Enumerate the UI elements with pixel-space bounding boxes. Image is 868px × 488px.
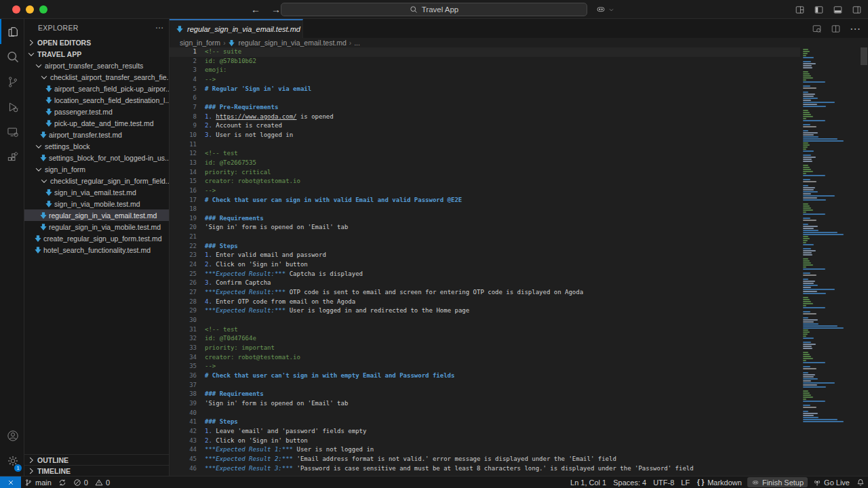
code-line[interactable]: 25***Expected Result:*** Captcha is disp… (170, 270, 800, 279)
toggle-sidebar-icon[interactable] (814, 5, 824, 15)
code-line[interactable]: 32id: @T0d47664e (170, 334, 800, 344)
status-errors[interactable]: 0 (70, 476, 92, 488)
workspace-root-folder[interactable]: TRAVEL APP (24, 48, 169, 60)
code-line[interactable]: 242. Click on 'Sign in' button (170, 260, 800, 270)
status-language-mode[interactable]: { }Markdown (693, 476, 745, 488)
code-line[interactable]: 4--> (170, 75, 800, 85)
code-line[interactable]: 22### Steps (170, 242, 800, 251)
code-line[interactable]: 92. Account is created (170, 121, 800, 131)
code-line[interactable]: 421. Leave 'email' and 'password' fields… (170, 427, 800, 436)
status-notifications[interactable] (853, 476, 868, 488)
customize-layout-icon[interactable] (795, 5, 805, 15)
code-line[interactable]: 44***Expected Result 1:*** User is not l… (170, 445, 800, 455)
code-line[interactable]: 3emoji: (170, 66, 800, 75)
tree-item[interactable]: airport_search_field_pick-up_airpor... (24, 83, 169, 94)
code-line[interactable]: 31<!-- test (170, 325, 800, 335)
code-line[interactable]: 17# Check that user can sign in with val… (170, 196, 800, 205)
minimap[interactable] (800, 47, 860, 476)
code-line[interactable]: 14priority: critical (170, 168, 800, 178)
split-editor-icon[interactable] (831, 24, 841, 34)
status-indentation[interactable]: Spaces: 4 (610, 476, 650, 488)
code-line[interactable]: 432. Click on 'Sign in' button (170, 436, 800, 446)
navigate-forward-icon[interactable]: → (271, 4, 281, 15)
code-line[interactable]: 18 (170, 205, 800, 214)
code-line[interactable]: 33priority: important (170, 344, 800, 353)
tree-item[interactable]: checklist_regular_sign_in_form_field... (24, 175, 169, 186)
toggle-secondary-sidebar-icon[interactable] (852, 5, 862, 15)
status-sync[interactable] (55, 476, 70, 488)
tree-item[interactable]: passenger.test.md (24, 106, 169, 117)
code-line[interactable]: 7### Pre-Requirements (170, 103, 800, 113)
command-center-search[interactable]: Travel App (281, 3, 587, 16)
copilot-menu[interactable] (595, 0, 614, 19)
tree-item[interactable]: settings_block (24, 140, 169, 152)
code-line[interactable]: 13id: @Te2667535 (170, 159, 800, 168)
tree-item[interactable]: create_regular_sign_up_form.test.md (24, 232, 169, 244)
code-line[interactable]: 35--> (170, 362, 800, 371)
code-line[interactable]: 11 (170, 140, 800, 150)
activity-source-control[interactable] (0, 69, 24, 94)
tree-item[interactable]: regular_sign_in_via_mobile.test.md (24, 221, 169, 232)
code-line[interactable]: 39'Sign in' form is opened on 'Email' ta… (170, 399, 800, 409)
tree-item[interactable]: checklist_airport_transfer_search_fie... (24, 71, 169, 83)
code-line[interactable]: 16--> (170, 186, 800, 196)
tree-item[interactable]: location_search_field_destination_l... (24, 94, 169, 106)
code-line[interactable]: 103. User is not logged in (170, 131, 800, 140)
editor-scrollbar[interactable] (860, 47, 868, 476)
status-encoding[interactable]: UTF-8 (650, 476, 677, 488)
tree-item[interactable]: settings_block_for_not_logged-in_us... (24, 152, 169, 163)
code-line[interactable]: 12<!-- test (170, 149, 800, 159)
tree-item[interactable]: airport_transfer_search_results (24, 60, 169, 71)
toggle-panel-icon[interactable] (833, 5, 843, 15)
outline-section[interactable]: OUTLINE (24, 454, 169, 465)
navigate-back-icon[interactable]: ← (251, 4, 260, 15)
code-line[interactable]: 81. https://www.agoda.com/ is opened (170, 113, 800, 122)
code-line[interactable]: 20'Sign in' form is opened on 'Email' ta… (170, 223, 800, 232)
status-git-branch[interactable]: main (21, 476, 55, 488)
code-line[interactable]: 37 (170, 381, 800, 390)
status-cursor-position[interactable]: Ln 1, Col 1 (567, 476, 610, 488)
code-line[interactable]: 263. Confirm Captcha (170, 279, 800, 288)
code-line[interactable]: 38### Requirements (170, 390, 800, 399)
breadcrumb-item[interactable]: sign_in_form (180, 39, 220, 47)
activity-remote-explorer[interactable] (0, 119, 24, 144)
status-warnings[interactable]: 0 (92, 476, 113, 488)
minimize-window-button[interactable] (26, 5, 34, 14)
activity-extensions[interactable] (0, 144, 24, 169)
status-finish-setup[interactable]: Finish Setup (747, 477, 808, 487)
code-line[interactable]: 5# Regular 'Sign in' via email (170, 85, 800, 94)
maximize-window-button[interactable] (39, 5, 47, 14)
status-go-live[interactable]: Go Live (810, 476, 853, 488)
scrollbar-slider[interactable] (861, 47, 867, 65)
status-eol[interactable]: LF (677, 476, 693, 488)
code-line[interactable]: 45***Expected Result 2:*** 'Email addres… (170, 455, 800, 464)
code-line[interactable]: 15creator: robot@testomat.io (170, 177, 800, 186)
open-preview-icon[interactable] (812, 24, 822, 34)
breadcrumb-item[interactable]: ... (354, 39, 360, 47)
breadcrumb-item[interactable]: regular_sign_in_via_email.test.md (238, 39, 346, 47)
code-line[interactable]: 2id: @S78b10b62 (170, 57, 800, 66)
tree-item[interactable]: pick-up_date_and_time.test.md (24, 117, 169, 129)
timeline-section[interactable]: TIMELINE (24, 465, 169, 476)
explorer-more-actions-icon[interactable]: ⋯ (155, 23, 163, 33)
code-line[interactable]: 29***Expected Result:*** User is logged … (170, 306, 800, 316)
tree-item[interactable]: regular_sign_in_via_email.test.md (24, 209, 169, 221)
tree-item[interactable]: sign_in_via_mobile.test.md (24, 198, 169, 209)
code-line[interactable]: 6 (170, 94, 800, 103)
tree-item[interactable]: airport_transfer.test.md (24, 129, 169, 140)
activity-run-debug[interactable] (0, 94, 24, 119)
code-line[interactable]: 41### Steps (170, 418, 800, 427)
code-line[interactable]: 40 (170, 409, 800, 418)
editor-more-actions-icon[interactable]: ⋯ (850, 22, 861, 35)
code-line[interactable]: 27***Expected Result:*** OTP code is sen… (170, 288, 800, 298)
code-line[interactable]: 46***Expected Result 3:*** 'Password is … (170, 464, 800, 474)
activity-search[interactable] (0, 44, 24, 69)
code-editor[interactable]: 1<!-- suite2id: @S78b10b623emoji:4-->5# … (170, 47, 800, 476)
code-line[interactable]: 231. Enter valid email and password (170, 251, 800, 260)
activity-settings[interactable]: 1 (0, 448, 24, 473)
code-line[interactable]: 30 (170, 316, 800, 325)
close-window-button[interactable] (12, 5, 20, 14)
code-line[interactable]: 36# Check that user can't sign in with e… (170, 371, 800, 381)
code-line[interactable]: 1<!-- suite (170, 47, 800, 57)
code-line[interactable]: 284. Enter OTP code from email on the Ag… (170, 298, 800, 307)
